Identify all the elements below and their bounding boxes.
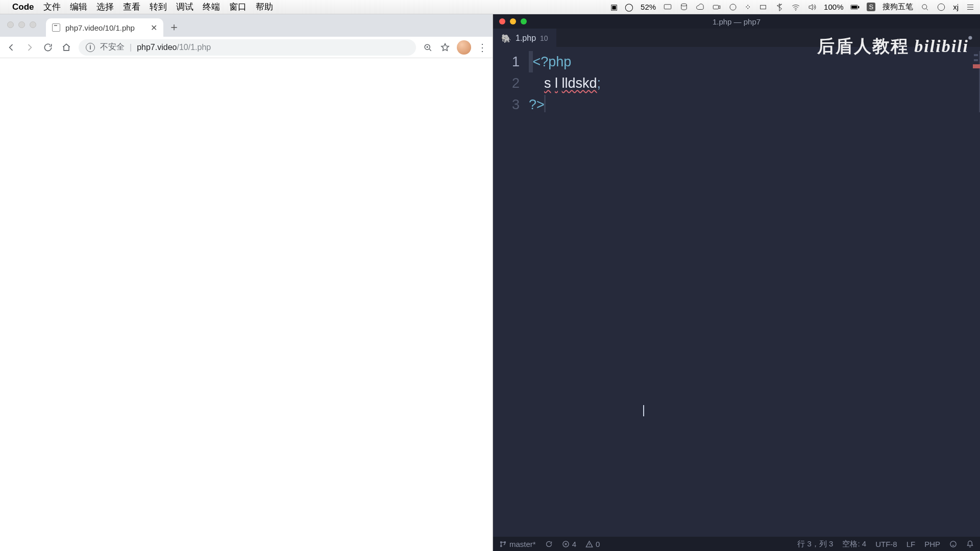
chrome-traffic-lights [7, 21, 36, 28]
scrollbar-error-marker[interactable] [973, 64, 980, 68]
status-icon-database[interactable] [679, 3, 689, 12]
code-line-2: s l lldskd; [529, 72, 980, 94]
text-cursor [544, 95, 546, 112]
menu-edit[interactable]: 编辑 [70, 1, 87, 13]
eol[interactable]: LF [906, 540, 916, 548]
chrome-window: php7.video/10/1.php ✕ ＋ i 不安全 | [0, 14, 493, 551]
bluetooth-icon[interactable] [775, 3, 784, 12]
battery-100-label: 100% [824, 3, 843, 11]
vscode-traffic-lights [499, 18, 527, 24]
vscode-window-title: 1.php — php7 [713, 17, 761, 26]
traffic-close-icon[interactable] [499, 18, 505, 24]
chrome-tab-active[interactable]: php7.video/10/1.php ✕ [46, 18, 163, 37]
vscode-titlebar: 1.php — php7 [493, 14, 980, 29]
forward-button[interactable] [23, 41, 36, 54]
svg-point-5 [795, 10, 796, 11]
editor-tab-error-count: 10 [540, 34, 548, 42]
status-icon-display[interactable] [663, 3, 672, 12]
status-icon-dots[interactable]: ⁘ [745, 3, 751, 12]
notifications-icon[interactable] [966, 540, 974, 548]
menubar-app-name[interactable]: Code [12, 2, 34, 12]
editor-tab-filename: 1.php [516, 34, 536, 43]
line-number-gutter: 1 2 3 [493, 51, 529, 537]
tab-favicon-icon [52, 23, 60, 32]
encoding[interactable]: UTF-8 [875, 540, 897, 548]
traffic-min-icon[interactable] [18, 21, 25, 28]
svg-point-12 [501, 541, 502, 543]
traffic-max-icon[interactable] [30, 21, 36, 28]
battery-icon[interactable] [850, 3, 860, 12]
svg-point-16 [950, 541, 956, 546]
macos-menubar: Code 文件 编辑 选择 查看 转到 调试 终端 窗口 帮助 ▣ ◯ 52% … [0, 0, 980, 14]
svg-point-3 [730, 4, 736, 10]
line-number: 2 [493, 72, 520, 94]
sync-button[interactable] [545, 540, 553, 548]
menu-file[interactable]: 文件 [43, 1, 61, 13]
spotlight-icon[interactable] [920, 3, 929, 12]
profile-avatar[interactable] [457, 40, 471, 55]
minimap[interactable] [973, 51, 980, 112]
chrome-menu-button[interactable]: ⋮ [477, 42, 487, 53]
menu-select[interactable]: 选择 [96, 1, 114, 13]
tab-title: php7.video/10/1.php [65, 23, 135, 32]
status-icon-circle[interactable] [728, 3, 738, 12]
language-mode[interactable]: PHP [924, 540, 940, 548]
editor-tab-active[interactable]: 🐘 1.php 10 [493, 29, 556, 47]
svg-rect-7 [852, 6, 857, 9]
new-tab-button[interactable]: ＋ [166, 19, 182, 35]
menu-help[interactable]: 帮助 [256, 1, 273, 13]
ime-label[interactable]: 搜狗五笔 [883, 2, 913, 12]
php-file-icon: 🐘 [501, 34, 511, 43]
vscode-status-bar: master* 4 0 行 3，列 3 空格: 4 UTF-8 LF PHP [493, 537, 980, 551]
user-label[interactable]: xj [953, 3, 959, 11]
git-branch[interactable]: master* [499, 540, 536, 548]
status-icon-rect[interactable] [758, 3, 768, 12]
vscode-window: 1.php — php7 🐘 1.php 10 ● 后盾人教程 bilibili… [493, 14, 980, 551]
traffic-min-icon[interactable] [510, 18, 516, 24]
volume-icon[interactable] [807, 3, 817, 12]
code-area[interactable]: <?php s l lldskd; ?> [529, 51, 980, 537]
ime-icon[interactable]: S [867, 3, 875, 11]
problems-warnings[interactable]: 0 [585, 540, 600, 548]
site-info-icon[interactable]: i [86, 43, 95, 52]
zoom-icon[interactable] [422, 42, 433, 53]
menu-debug[interactable]: 调试 [176, 1, 193, 13]
menu-goto[interactable]: 转到 [150, 1, 167, 13]
menu-terminal[interactable]: 终端 [203, 1, 220, 13]
code-line-1: <?php [529, 51, 980, 72]
status-icon-generic1[interactable]: ▣ [610, 3, 618, 12]
status-icon-camera[interactable] [712, 3, 721, 12]
feedback-icon[interactable] [949, 540, 957, 548]
home-button[interactable] [60, 41, 72, 54]
battery-percent[interactable]: 52% [641, 3, 656, 11]
svg-point-10 [938, 4, 945, 11]
traffic-max-icon[interactable] [521, 18, 527, 24]
svg-point-13 [501, 545, 502, 547]
traffic-close-icon[interactable] [7, 21, 14, 28]
reload-button[interactable] [42, 41, 54, 54]
tab-close-icon[interactable]: ✕ [151, 23, 157, 33]
wifi-icon[interactable] [791, 3, 800, 12]
status-icon-cloud[interactable] [696, 3, 705, 12]
bookmark-star-icon[interactable] [439, 42, 451, 53]
editor-caret-icon [643, 405, 644, 416]
siri-icon[interactable] [937, 3, 946, 12]
page-content-blank [0, 58, 493, 551]
svg-rect-4 [761, 5, 766, 9]
menu-window[interactable]: 窗口 [229, 1, 247, 13]
code-line-3: ?> [529, 94, 980, 115]
url-text: php7.video/10/1.php [137, 43, 211, 52]
desktop: php7.video/10/1.php ✕ ＋ i 不安全 | [0, 14, 980, 551]
not-secure-label: 不安全 [100, 42, 125, 53]
address-bar[interactable]: i 不安全 | php7.video/10/1.php [79, 39, 416, 56]
back-button[interactable] [5, 41, 17, 54]
svg-rect-0 [664, 4, 671, 9]
indentation[interactable]: 空格: 4 [842, 539, 866, 549]
cursor-position[interactable]: 行 3，列 3 [797, 539, 833, 549]
problems-errors[interactable]: 4 [562, 540, 576, 548]
notification-center-icon[interactable] [966, 3, 975, 12]
chrome-toolbar: i 不安全 | php7.video/10/1.php ⋮ [0, 37, 493, 58]
menu-view[interactable]: 查看 [123, 1, 140, 13]
code-editor[interactable]: 1 2 3 <?php s l lldskd; ?> [493, 47, 980, 537]
status-icon-generic2[interactable]: ◯ [625, 3, 633, 12]
